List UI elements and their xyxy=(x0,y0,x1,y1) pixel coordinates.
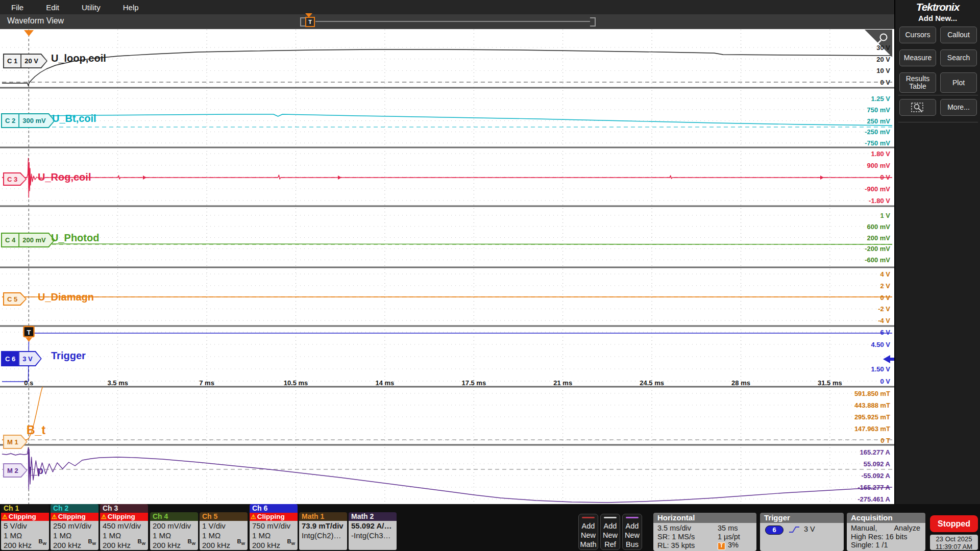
trigger-position-caret[interactable] xyxy=(24,30,34,36)
button-accent-stripe xyxy=(582,517,595,518)
event-mark-icon xyxy=(143,176,146,180)
horizontal-row: RL: 35 kptsT3% xyxy=(657,541,756,550)
pan-indicator-right-bracket[interactable] xyxy=(590,17,596,27)
acquisition-cell: Analyze xyxy=(894,524,925,533)
acquisition-panel-title: Acquisition xyxy=(847,513,925,523)
tick-label-m2: -165.277 A xyxy=(857,484,890,491)
waveform-c3 xyxy=(2,158,892,197)
channel-name-m1: B_t xyxy=(27,423,45,437)
time-label: 0 s xyxy=(24,379,33,387)
trigger-t-marker-pointer xyxy=(26,338,32,342)
time-label: 28 ms xyxy=(731,379,750,387)
sidebar-button-plot[interactable]: Plot xyxy=(940,72,977,93)
horizontal-panel[interactable]: Horizontal 3.5 ms/div35 msSR: 1 MS/s1 µs… xyxy=(653,513,756,551)
button-accent-stripe xyxy=(626,517,639,518)
tick-label-c1: 30 V xyxy=(876,44,890,52)
trigger-source-badge[interactable]: 6 xyxy=(765,525,783,535)
waveform-c4 xyxy=(2,241,892,245)
clipping-warning: ⚠Clipping xyxy=(1,513,49,521)
tick-label-c2: 750 mV xyxy=(867,106,890,113)
channel-badge-segment: C 6 xyxy=(2,352,18,365)
sidebar-button-callout[interactable]: Callout xyxy=(940,27,977,43)
add-new-ref-button[interactable]: AddNewRef xyxy=(600,514,620,550)
trigger-position-flag[interactable]: T xyxy=(305,17,315,27)
channel-badge-segment: C 4 xyxy=(2,234,18,246)
bottom-badge-ch-2[interactable]: Ch 2⚠Clipping250 mV/div1 MΩ200 kHzBW xyxy=(51,504,99,550)
bottom-badge-ch-3[interactable]: Ch 3⚠Clipping450 mV/div1 MΩ200 kHzBW xyxy=(100,504,148,550)
pan-indicator-line[interactable] xyxy=(315,21,590,22)
tick-label-m2: 55.092 A xyxy=(864,460,890,468)
trigger-level: 3 V xyxy=(804,525,815,534)
time-label: 24.5 ms xyxy=(640,379,664,387)
channel-tab-label: Ch 5 xyxy=(200,512,248,521)
time-label: 14 ms xyxy=(375,379,394,387)
channel-badge-c2[interactable]: C 2300 mV xyxy=(1,113,55,128)
channel-tab-label: Math 1 xyxy=(299,512,347,521)
tick-label-c4: 600 mV xyxy=(867,222,890,230)
tick-label-c5: 0 V xyxy=(880,293,890,301)
button-label-line: Bus xyxy=(623,540,642,549)
button-label-line: Add xyxy=(601,521,620,531)
channel-badge-line: 5 V/div xyxy=(4,521,49,531)
waveform-plot[interactable]: T 30 V20 V10 V0 V1.25 V750 mV250 mV-250 … xyxy=(0,29,894,505)
bottom-badge-ch-1[interactable]: Ch 1⚠Clipping5 V/div1 MΩ200 kHzBW xyxy=(1,504,49,550)
horizontal-cell: 3.5 ms/div xyxy=(657,524,718,533)
bandwidth-limit-icon: BW xyxy=(187,537,195,548)
menu-item-file[interactable]: File xyxy=(0,3,35,12)
add-new-bus-button[interactable]: AddNewBus xyxy=(622,514,642,550)
tick-label-c2: -250 mV xyxy=(865,128,890,136)
oscilloscope-app: FileEditUtilityHelp Waveform View T T 30… xyxy=(0,0,980,551)
tick-label-c6: 0 V xyxy=(880,378,890,385)
bandwidth-limit-icon: BW xyxy=(237,537,245,548)
tick-label-c5: -2 V xyxy=(878,305,890,313)
tick-label-c3: 1.80 V xyxy=(871,150,890,158)
zoom-box-icon xyxy=(911,103,924,113)
tick-label-m1: 591.850 mT xyxy=(854,390,890,397)
bottom-badge-math-2[interactable]: Math 255.092 A/…-Intg(Ch3… xyxy=(349,512,397,550)
channel-badge-c1[interactable]: C 120 V xyxy=(3,54,47,68)
acquisition-panel[interactable]: Acquisition Manual,AnalyzeHigh Res: 16 b… xyxy=(847,513,925,551)
sidebar-button-search[interactable]: Search xyxy=(940,49,977,66)
channel-badge-c4[interactable]: C 4200 mV xyxy=(1,233,55,247)
warning-icon: ⚠ xyxy=(2,513,8,520)
tick-label-c3: -900 mV xyxy=(865,185,890,193)
tick-label-c5: 4 V xyxy=(880,270,890,278)
add-new-math-button[interactable]: AddNewMath xyxy=(578,514,598,550)
run-stop-status[interactable]: Stopped xyxy=(930,515,978,532)
acquisition-row: Single: 1 /1 xyxy=(851,541,925,549)
view-title: Waveform View xyxy=(7,16,64,26)
bottom-bar: Ch 1⚠Clipping5 V/div1 MΩ200 kHzBWCh 2⚠Cl… xyxy=(0,504,980,551)
channel-badge-body: 1 V/div1 MΩ200 kHzBW xyxy=(200,521,248,550)
channel-badge-body: 450 mV/div1 MΩ200 kHzBW xyxy=(100,521,148,550)
channel-badge-segment: C 3 xyxy=(4,173,26,185)
event-mark-icon xyxy=(338,176,341,180)
bottom-badge-ch-5[interactable]: Ch 51 V/div1 MΩ200 kHzBW xyxy=(200,512,248,550)
trigger-level-arrow[interactable] xyxy=(883,355,894,363)
acquisition-row: Manual,Analyze xyxy=(851,524,925,533)
bottom-badge-math-1[interactable]: Math 173.9 mT/divIntg(Ch2)… xyxy=(299,512,347,550)
horizontal-cell: SR: 1 MS/s xyxy=(657,533,718,541)
tick-label-c4: 1 V xyxy=(880,212,890,219)
menu-item-utility[interactable]: Utility xyxy=(70,3,112,12)
tick-label-c5: -4 V xyxy=(878,317,890,324)
channel-badge-segment: M 1 xyxy=(4,436,27,448)
channel-badge-c6[interactable]: C 63 V xyxy=(1,351,42,366)
sidebar-button-measure[interactable]: Measure xyxy=(899,49,936,66)
channel-badge-segment: C 5 xyxy=(4,293,26,305)
sidebar-divider xyxy=(898,95,978,95)
bottom-badge-ch-6[interactable]: Ch 6⚠Clipping750 mV/div1 MΩ200 kHzBW xyxy=(250,504,298,550)
bottom-badge-ch-4[interactable]: Ch 4200 mV/div1 MΩ200 kHzBW xyxy=(150,512,198,550)
sidebar-button-cursors[interactable]: Cursors xyxy=(899,27,936,43)
menu-item-edit[interactable]: Edit xyxy=(35,3,70,12)
trigger-panel[interactable]: Trigger 6 3 V xyxy=(760,513,844,551)
sidebar-button-results-table[interactable]: Results Table xyxy=(899,72,936,93)
more-button[interactable]: More... xyxy=(940,99,977,116)
channel-badge-line: 55.092 A/… xyxy=(351,521,397,531)
tick-label-c2: 250 mV xyxy=(867,117,890,124)
channel-badge-body: 5 V/div1 MΩ200 kHzBW xyxy=(1,521,49,550)
channel-name-m2: I_p xyxy=(29,465,43,477)
zoom-mode-button[interactable] xyxy=(899,99,936,116)
menu-item-help[interactable]: Help xyxy=(112,3,150,12)
channel-tab-label: Ch 1 xyxy=(1,504,49,513)
channel-badge-line: Intg(Ch2)… xyxy=(302,531,347,540)
